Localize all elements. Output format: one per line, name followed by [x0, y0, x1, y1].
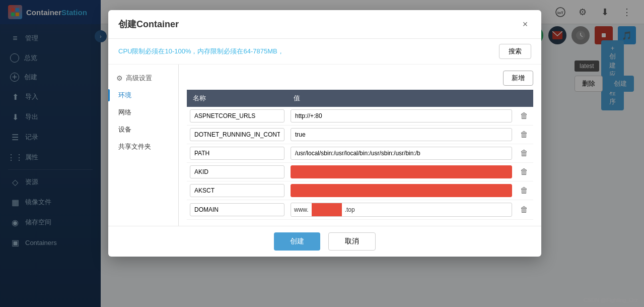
env-name-cell	[187, 181, 288, 200]
delete-row-icon-2[interactable]: 🗑	[518, 130, 530, 139]
col-header-action	[515, 90, 533, 107]
env-name-cell	[187, 144, 288, 163]
dialog-close-button[interactable]: ×	[519, 18, 531, 30]
env-value-cell: www. .top	[288, 200, 515, 220]
env-name-input-5[interactable]	[190, 184, 284, 197]
table-row: 🗑	[187, 181, 533, 200]
env-action-cell: 🗑	[515, 200, 533, 220]
left-nav-device[interactable]: 设备	[108, 121, 178, 138]
col-header-name: 名称	[187, 90, 288, 107]
env-name-input-3[interactable]	[190, 147, 284, 160]
env-value-input-1[interactable]	[291, 109, 512, 122]
content-header: 新增	[187, 71, 533, 86]
env-action-cell: 🗑	[515, 144, 533, 163]
domain-suffix-text: .top	[342, 204, 358, 216]
table-header-row: 名称 值	[187, 90, 533, 107]
dialog-notice: CPU限制必须在10-100%，内存限制必须在64-7875MB， 搜索	[108, 39, 541, 65]
dialog-create-button[interactable]: 创建	[274, 232, 320, 251]
delete-row-icon-5[interactable]: 🗑	[518, 186, 530, 195]
dialog-header: 创建Container ×	[108, 10, 541, 39]
env-value-input-2[interactable]	[291, 128, 512, 141]
table-row: 🗑	[187, 107, 533, 126]
col-header-value: 值	[288, 90, 515, 107]
env-value-input-3[interactable]	[291, 147, 512, 160]
table-row: www. .top 🗑	[187, 200, 533, 220]
env-action-cell: 🗑	[515, 163, 533, 181]
create-container-dialog: 创建Container × CPU限制必须在10-100%，内存限制必须在64-…	[108, 10, 541, 257]
domain-www-text: www.	[291, 204, 312, 216]
env-action-cell: 🗑	[515, 181, 533, 200]
env-name-cell	[187, 163, 288, 181]
dialog-body: CPU限制必须在10-100%，内存限制必须在64-7875MB， 搜索 ⚙ 高…	[108, 39, 541, 226]
env-name-cell	[187, 107, 288, 126]
table-row: 🗑	[187, 126, 533, 144]
gear-settings-icon: ⚙	[116, 74, 123, 82]
env-table: 名称 值 🗑	[187, 90, 533, 220]
env-action-cell: 🗑	[515, 126, 533, 144]
delete-row-icon-6[interactable]: 🗑	[518, 205, 530, 214]
env-value-cell	[288, 126, 515, 144]
left-nav-share[interactable]: 共享文件夹	[108, 138, 178, 155]
settings-icon-row: ⚙ 高级设置	[108, 70, 178, 87]
table-row: 🗑	[187, 163, 533, 181]
new-env-button[interactable]: 新增	[503, 71, 533, 86]
dialog-content: 新增 名称 值 🗑	[179, 65, 541, 226]
dialog-cancel-button[interactable]: 取消	[328, 232, 376, 251]
env-action-cell: 🗑	[515, 107, 533, 126]
env-name-cell	[187, 200, 288, 220]
dialog-title: 创建Container	[118, 18, 179, 30]
env-value-input-4[interactable]	[291, 165, 512, 178]
delete-row-icon-1[interactable]: 🗑	[518, 111, 530, 120]
delete-row-icon-3[interactable]: 🗑	[518, 149, 530, 158]
settings-label: 高级设置	[126, 74, 152, 83]
left-nav-network[interactable]: 网络	[108, 104, 178, 121]
env-name-input-6[interactable]	[190, 203, 284, 216]
dialog-footer: 创建 取消	[108, 226, 541, 257]
left-nav-env[interactable]: 环境	[108, 87, 178, 104]
delete-row-icon-4[interactable]: 🗑	[518, 167, 530, 176]
env-value-cell	[288, 107, 515, 126]
env-value-cell	[288, 163, 515, 181]
env-name-cell	[187, 126, 288, 144]
env-value-cell	[288, 144, 515, 163]
search-button[interactable]: 搜索	[499, 44, 531, 59]
env-name-input-4[interactable]	[190, 165, 284, 178]
dialog-left-sidebar: ⚙ 高级设置 环境 网络 设备 共享文件夹	[108, 65, 179, 226]
table-row: 🗑	[187, 144, 533, 163]
domain-field[interactable]: www. .top	[291, 203, 512, 217]
env-value-input-5[interactable]	[291, 184, 512, 197]
env-value-cell	[288, 181, 515, 200]
env-name-input-2[interactable]	[190, 128, 284, 141]
env-name-input-1[interactable]	[190, 109, 284, 122]
domain-redacted-part	[312, 203, 342, 216]
dialog-main: ⚙ 高级设置 环境 网络 设备 共享文件夹 新增 名称 值	[108, 65, 541, 226]
notice-text: CPU限制必须在10-100%，内存限制必须在64-7875MB，	[118, 47, 284, 56]
